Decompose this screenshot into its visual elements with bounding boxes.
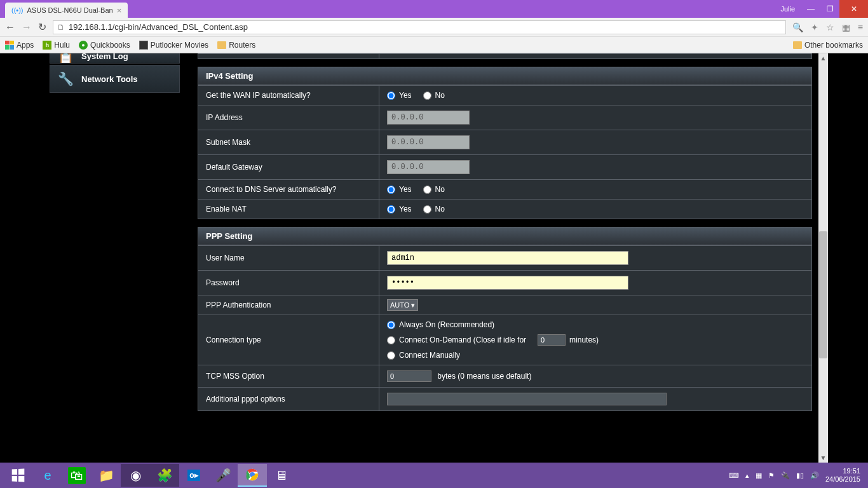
taskbar-outlook[interactable]: o▸ xyxy=(179,464,208,487)
radio-conn-always[interactable] xyxy=(387,321,395,329)
scrollbar-vertical[interactable]: ▲ ▼ xyxy=(818,53,828,463)
label-conn-type: Connection type xyxy=(198,315,379,365)
wrench-icon: 🔧 xyxy=(58,71,74,86)
taskbar-store[interactable]: 🛍 xyxy=(62,464,92,487)
bookmark-star-icon[interactable]: ☆ xyxy=(826,22,834,32)
label-tcp-mss: TCP MSS Option xyxy=(198,365,379,388)
chrome-icon xyxy=(245,468,259,482)
section-header-ipv4: IPv4 Setting xyxy=(198,67,812,85)
tab-title: ASUS DSL-N66U Dual-Ban xyxy=(27,6,113,14)
menu-icon[interactable]: ≡ xyxy=(858,22,863,32)
start-button[interactable] xyxy=(3,464,33,487)
taskbar-device[interactable]: 🖥 xyxy=(267,464,296,487)
select-ppp-auth[interactable]: AUTO ▾ xyxy=(387,299,418,311)
sidebar-label: Network Tools xyxy=(81,74,138,84)
label-wan-ip: Get the WAN IP automatically? xyxy=(198,86,379,105)
bookmark-hulu[interactable]: h Hulu xyxy=(43,41,70,50)
radio-dns-no[interactable] xyxy=(423,186,431,194)
input-idle-minutes[interactable] xyxy=(538,334,566,346)
address-bar[interactable]: 🗋 192.168.1.1/cgi-bin/Advanced_DSL_Conte… xyxy=(53,20,786,34)
translate-icon[interactable]: ✦ xyxy=(811,22,818,32)
tray-network-icon[interactable]: ▮▯ xyxy=(796,471,804,480)
radio-conn-demand[interactable] xyxy=(387,336,395,344)
section-header-ppp: PPP Setting xyxy=(198,227,812,245)
bookmark-apps[interactable]: Apps xyxy=(5,41,34,50)
taskbar-clock[interactable]: 19:51 24/06/2015 xyxy=(825,467,860,484)
input-pppd-options[interactable] xyxy=(387,393,667,405)
apps-grid-icon xyxy=(5,41,14,50)
log-icon: 📋 xyxy=(58,53,74,64)
scroll-up-icon[interactable]: ▲ xyxy=(818,53,828,63)
folder-icon xyxy=(793,41,802,49)
browser-tab[interactable]: ((•)) ASUS DSL-N66U Dual-Ban × xyxy=(5,3,128,18)
input-gateway xyxy=(387,160,470,174)
label-ip-address: IP Address xyxy=(198,105,379,130)
scrollbar-thumb[interactable] xyxy=(819,231,827,358)
hulu-icon: h xyxy=(43,41,51,50)
label-password: Password xyxy=(198,271,379,295)
reload-button[interactable]: ↻ xyxy=(38,21,46,33)
close-window-button[interactable]: ✕ xyxy=(839,0,868,18)
scroll-down-icon[interactable]: ▼ xyxy=(818,453,828,463)
close-tab-icon[interactable]: × xyxy=(117,6,122,15)
user-badge[interactable]: Julie xyxy=(774,0,801,18)
bookmark-putlocker[interactable]: Putlocker Movies xyxy=(139,41,208,50)
taskbar-camera[interactable]: ◉ xyxy=(121,464,150,487)
maximize-button[interactable]: ❐ xyxy=(820,0,839,18)
quickbooks-icon: ● xyxy=(79,41,88,50)
windows-icon xyxy=(12,468,25,482)
label-subnet: Subnet Mask xyxy=(198,130,379,155)
label-nat: Enable NAT xyxy=(198,200,379,219)
back-button[interactable]: ← xyxy=(5,22,15,33)
extension-icon[interactable]: ▦ xyxy=(842,22,850,32)
tray-flag-icon[interactable]: ⚑ xyxy=(768,471,775,480)
input-tcp-mss[interactable] xyxy=(387,370,431,382)
search-icon[interactable]: 🔍 xyxy=(792,22,803,32)
wifi-icon: ((•)) xyxy=(11,6,24,14)
label-dns: Connect to DNS Server automatically? xyxy=(198,180,379,200)
taskbar-puzzle[interactable]: 🧩 xyxy=(150,464,179,487)
taskbar-voice[interactable]: 🎤 xyxy=(208,464,238,487)
forward-button[interactable]: → xyxy=(22,22,32,33)
url-text: 192.168.1.1/cgi-bin/Advanced_DSL_Content… xyxy=(69,22,248,32)
input-subnet xyxy=(387,135,470,149)
keyboard-icon[interactable]: ⌨ xyxy=(729,471,739,480)
input-ip-address xyxy=(387,111,470,125)
bookmark-routers[interactable]: Routers xyxy=(217,41,255,50)
minimize-button[interactable]: — xyxy=(801,0,820,18)
label-pppd-options: Additional pppd options xyxy=(198,388,379,411)
page-icon: 🗋 xyxy=(57,23,65,32)
input-password[interactable] xyxy=(387,276,628,290)
film-icon xyxy=(139,41,148,50)
folder-icon xyxy=(217,41,226,49)
radio-wan-ip-yes[interactable] xyxy=(387,92,395,100)
bookmark-other[interactable]: Other bookmarks xyxy=(793,41,863,50)
taskbar-explorer[interactable]: 📁 xyxy=(92,464,121,487)
radio-wan-ip-no[interactable] xyxy=(423,92,431,100)
label-username: User Name xyxy=(198,246,379,271)
label-ppp-auth: PPP Authentication xyxy=(198,295,379,315)
radio-nat-yes[interactable] xyxy=(387,205,395,214)
tray-tiles-icon[interactable]: ▦ xyxy=(756,471,762,480)
radio-nat-no[interactable] xyxy=(423,205,431,214)
tray-arrow-icon[interactable]: ▴ xyxy=(745,471,749,480)
label-gateway: Default Gateway xyxy=(198,155,379,180)
taskbar-ie[interactable]: e xyxy=(33,464,62,487)
radio-conn-manual[interactable] xyxy=(387,351,395,360)
sidebar-label: System Log xyxy=(81,53,128,61)
sidebar-item-network-tools[interactable]: 🔧 Network Tools xyxy=(50,65,180,93)
sidebar-item-system-log[interactable]: 📋 System Log xyxy=(50,53,180,64)
bookmark-quickbooks[interactable]: ● Quickbooks xyxy=(79,41,130,50)
tray-volume-icon[interactable]: 🔊 xyxy=(810,471,819,480)
radio-dns-yes[interactable] xyxy=(387,186,395,194)
input-username[interactable] xyxy=(387,251,628,265)
tray-power-icon[interactable]: 🔌 xyxy=(781,471,790,480)
taskbar-chrome[interactable] xyxy=(238,464,267,487)
